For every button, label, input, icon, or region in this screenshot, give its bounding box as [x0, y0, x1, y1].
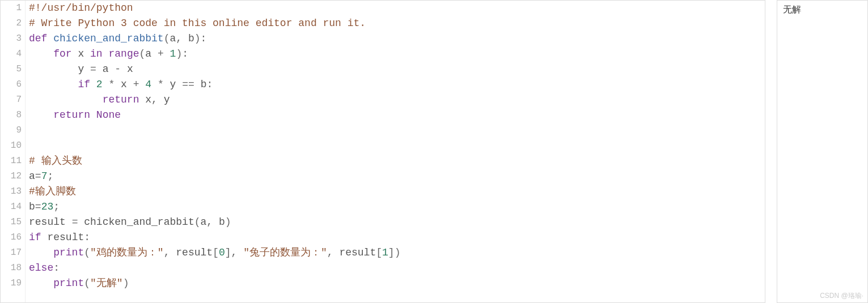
- line-number: 15: [1, 215, 22, 230]
- code-line[interactable]: result = chicken_and_rabbit(a, b): [29, 215, 765, 230]
- line-number: 7: [1, 92, 22, 108]
- keyword-def: def: [29, 33, 47, 44]
- builtin-print: print: [53, 278, 84, 289]
- builtin-print: print: [53, 247, 84, 258]
- line-number: 18: [1, 261, 22, 276]
- line-number: 1: [1, 1, 22, 16]
- line-number: 12: [1, 169, 22, 184]
- code-line[interactable]: else:: [29, 261, 765, 276]
- keyword-if: if: [29, 232, 41, 243]
- comment: # 输入头数: [29, 155, 82, 167]
- code-line[interactable]: b=23;: [29, 199, 765, 215]
- code-line[interactable]: if result:: [29, 230, 765, 245]
- line-number: 13: [1, 184, 22, 199]
- code-line[interactable]: # Write Python 3 code in this online edi…: [29, 16, 765, 31]
- line-number: 16: [1, 230, 22, 245]
- keyword-return: return: [53, 109, 90, 121]
- keyword-in: in: [90, 48, 103, 59]
- code-line[interactable]: def chicken_and_rabbit(a, b):: [29, 31, 765, 46]
- code-line[interactable]: a=7;: [29, 169, 765, 184]
- comment: # Write Python 3 code in this online edi…: [29, 18, 366, 29]
- line-number: 14: [1, 199, 22, 215]
- line-number: 9: [1, 123, 22, 138]
- code-content[interactable]: #!/usr/bin/python # Write Python 3 code …: [26, 1, 765, 302]
- code-line[interactable]: [29, 138, 765, 153]
- line-number: 19: [1, 276, 22, 291]
- code-line[interactable]: if 2 * x + 4 * y == b:: [29, 77, 765, 92]
- code-line[interactable]: #!/usr/bin/python: [29, 1, 765, 16]
- line-number: 10: [1, 138, 22, 153]
- code-line[interactable]: y = a - x: [29, 62, 765, 77]
- line-number: 8: [1, 108, 22, 123]
- function-name: chicken_and_rabbit: [53, 33, 163, 44]
- shebang: #!/usr/bin/python: [29, 2, 133, 14]
- code-line[interactable]: return None: [29, 108, 765, 123]
- builtin-range: range: [108, 48, 139, 59]
- code-line[interactable]: print("鸡的数量为：", result[0], "兔子的数量为：", re…: [29, 245, 765, 261]
- code-line[interactable]: #输入脚数: [29, 184, 765, 199]
- comment: #输入脚数: [29, 186, 76, 197]
- watermark: CSDN @珞瑜·: [820, 291, 863, 301]
- code-line[interactable]: [29, 123, 765, 138]
- output-text: 无解: [783, 4, 862, 16]
- code-line[interactable]: return x, y: [29, 92, 765, 108]
- line-number: 5: [1, 62, 22, 77]
- code-line[interactable]: print("无解"): [29, 276, 765, 291]
- line-number-gutter: 1 2 3 4 5 6 7 8 9 10 11 12 13 14 15 16 1…: [1, 1, 26, 302]
- code-line[interactable]: for x in range(a + 1):: [29, 46, 765, 62]
- line-number: 2: [1, 16, 22, 31]
- keyword-return: return: [103, 94, 139, 105]
- line-number: 6: [1, 77, 22, 92]
- code-editor-panel[interactable]: 1 2 3 4 5 6 7 8 9 10 11 12 13 14 15 16 1…: [0, 0, 765, 303]
- keyword-if: if: [78, 79, 90, 90]
- keyword-else: else: [29, 262, 53, 274]
- line-number: 3: [1, 31, 22, 46]
- code-line[interactable]: # 输入头数: [29, 153, 765, 169]
- line-number: 17: [1, 245, 22, 261]
- keyword-none: None: [96, 109, 121, 121]
- output-panel: 无解: [777, 0, 868, 303]
- line-number: 11: [1, 153, 22, 169]
- keyword-for: for: [53, 48, 71, 59]
- line-number: 4: [1, 46, 22, 62]
